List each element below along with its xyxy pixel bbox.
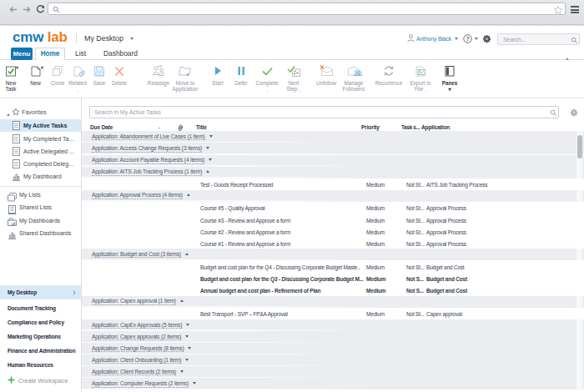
svg-text:?: ?	[466, 35, 469, 41]
